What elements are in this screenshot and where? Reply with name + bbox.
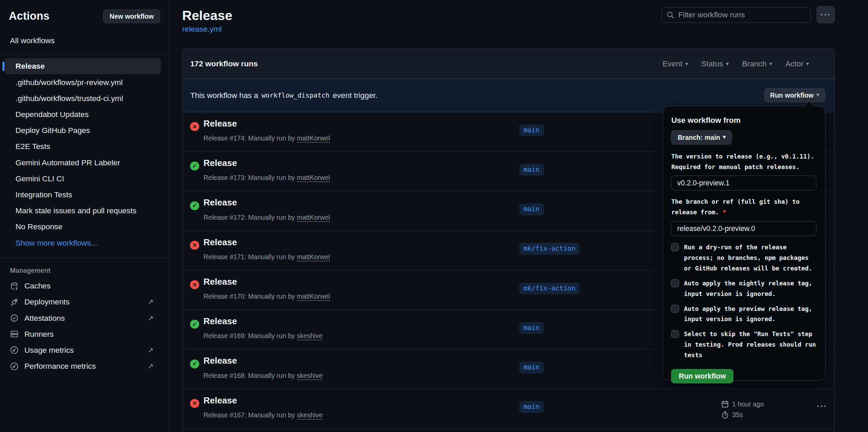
verified-icon [10,314,19,322]
sidebar-item-deployments[interactable]: Deployments ↗ [0,294,169,310]
run-workflow-submit-button[interactable]: Run workflow [671,369,733,383]
banner-text-before: This workflow has a [190,91,258,100]
cache-icon [10,282,19,290]
run-workflow-dialog: Use workflow from Branch: main The versi… [663,106,826,381]
branch-badge[interactable]: main [519,203,544,215]
actor-filter-dropdown[interactable]: Actor [785,59,809,68]
run-actor-link[interactable]: skeshive [297,411,323,419]
checkbox-label: Select to skip the "Run Tests" step in t… [684,329,816,361]
branch-badge[interactable]: main [519,362,544,373]
run-title-link[interactable]: Release [204,355,237,366]
run-actor-link[interactable]: mattKorwel [297,134,330,142]
stopwatch-icon [721,411,729,419]
checkbox[interactable] [671,305,679,313]
ref-input-label: The branch or ref (full git sha) to rele… [671,197,816,218]
sidebar-workflow-item[interactable]: Gemini Automated PR Labeler [4,154,161,170]
run-title-link[interactable]: Release [204,277,237,287]
dialog-checkbox-row[interactable]: Auto apply the preview release tag, inpu… [671,304,817,325]
branch-filter-dropdown[interactable]: Branch [742,59,772,68]
run-actor-link[interactable]: skeshive [297,332,323,339]
run-title-link[interactable]: Release [204,395,237,406]
sidebar-item-performance-metrics[interactable]: Performance metrics ↗ [0,358,169,374]
run-title-link[interactable]: Release [204,316,237,327]
run-description-text: Release #174: Manually run by [204,134,295,142]
workflow-label: Gemini Automated PR Labeler [16,158,120,167]
run-actor-link[interactable]: mattKorwel [297,214,330,221]
run-actor-link[interactable]: skeshive [297,372,323,379]
sidebar-workflow-item[interactable]: Show more workflows... [4,235,161,251]
workflow-label: E2E Tests [16,142,50,151]
event-filter-dropdown[interactable]: Event [663,59,688,68]
run-actor-link[interactable]: mattKorwel [297,293,330,300]
sidebar-item-all-workflows[interactable]: All workflows [0,31,169,50]
workflow-file-link[interactable]: release.yml [182,24,222,34]
filter-workflow-runs-box[interactable] [662,7,811,23]
run-title-link[interactable]: Release [204,118,237,129]
banner-text-after: event trigger. [333,91,378,100]
sidebar-workflow-item[interactable]: Deploy GitHub Pages [4,122,161,138]
sidebar-workflow-item[interactable]: .github/workflows/pr-review.yml [4,74,161,90]
run-description: Release #173: Manually run by mattKorwel [204,174,330,182]
sidebar-item-runners[interactable]: Runners [0,326,169,342]
checkbox[interactable] [671,243,679,251]
checkbox-label: Auto apply the nightly release tag, inpu… [684,278,816,299]
sidebar-workflow-item[interactable]: Release [4,58,161,74]
sidebar-divider [0,54,169,55]
run-title-link[interactable]: Release [204,237,237,248]
workflow-run-row[interactable]: Release Release #167: Manually run by sk… [183,389,835,429]
run-actor-link[interactable]: mattKorwel [297,253,330,261]
dialog-checkbox-row[interactable]: Select to skip the "Run Tests" step in t… [671,329,817,361]
branch-badge[interactable]: main [519,401,544,413]
run-kebab-menu-button[interactable] [817,401,827,412]
sidebar-item-caches[interactable]: Caches [0,278,169,294]
dialog-checkbox-row[interactable]: Run a dry-run of the release process; no… [671,242,817,274]
run-title-link[interactable]: Release [204,158,237,168]
branch-badge[interactable]: main [519,322,544,334]
sidebar-item-label: Caches [24,281,51,290]
checkbox[interactable] [671,279,679,287]
run-status-icon [190,360,199,368]
filter-workflow-runs-input[interactable] [678,10,806,19]
meter-icon [10,362,19,371]
branch-badge[interactable]: main [519,124,544,136]
sidebar-workflow-item[interactable]: Mark stale issues and pull requests [4,203,161,219]
run-status-icon [190,241,199,250]
sidebar-workflow-item[interactable]: No Response [4,219,161,235]
branch-badge[interactable]: mk/fix-action [519,243,580,254]
new-workflow-button[interactable]: New workflow [103,10,160,23]
dialog-checkbox-row[interactable]: Auto apply the nightly release tag, inpu… [671,278,817,299]
branch-badge[interactable]: main [519,164,544,176]
sidebar-workflow-item[interactable]: .github/workflows/trusted-ci.yml [4,90,161,106]
workflow-label: Gemini CLI CI [16,174,64,183]
sidebar-workflow-item[interactable]: Gemini CLI CI [4,171,161,187]
run-title-link[interactable]: Release [204,197,237,208]
version-input[interactable] [671,176,816,190]
branch-badge[interactable]: mk/fix-action [519,283,580,294]
run-status-icon [190,201,199,210]
external-link-icon: ↗ [148,346,154,354]
run-workflow-dropdown-button[interactable]: Run workflow [764,88,825,102]
sidebar-workflow-item[interactable]: Dependabot Updates [4,106,161,122]
runs-count: 172 workflow runs [190,59,258,68]
sidebar-title: Actions [9,10,49,22]
ref-input[interactable] [671,221,816,236]
sidebar-item-label: Deployments [24,297,70,306]
sidebar-workflow-item[interactable]: E2E Tests [4,138,161,154]
run-description-text: Release #172: Manually run by [204,214,295,221]
workflow-options-kebab-button[interactable] [817,6,835,23]
ref-label-text: The branch or ref (full git sha) to rele… [671,198,799,216]
page-title: Release [182,8,233,23]
checkbox-label: Auto apply the preview release tag, inpu… [684,304,816,325]
status-filter-dropdown[interactable]: Status [701,59,729,68]
checkbox-label: Run a dry-run of the release process; no… [684,242,816,274]
rocket-icon [10,298,19,306]
run-time: 1 hour ago [721,399,764,410]
run-actor-link[interactable]: mattKorwel [297,174,330,181]
sidebar-item-attestations[interactable]: Attestations ↗ [0,310,169,326]
branch-selector-button[interactable]: Branch: main [671,130,732,145]
actions-sidebar: Actions New workflow All workflows Relea… [0,0,169,432]
runs-list-header: 172 workflow runs Event Status Branch Ac… [183,49,835,78]
sidebar-item-usage-metrics[interactable]: Usage metrics ↗ [0,342,169,358]
checkbox[interactable] [671,330,679,338]
sidebar-workflow-item[interactable]: Integration Tests [4,187,161,203]
